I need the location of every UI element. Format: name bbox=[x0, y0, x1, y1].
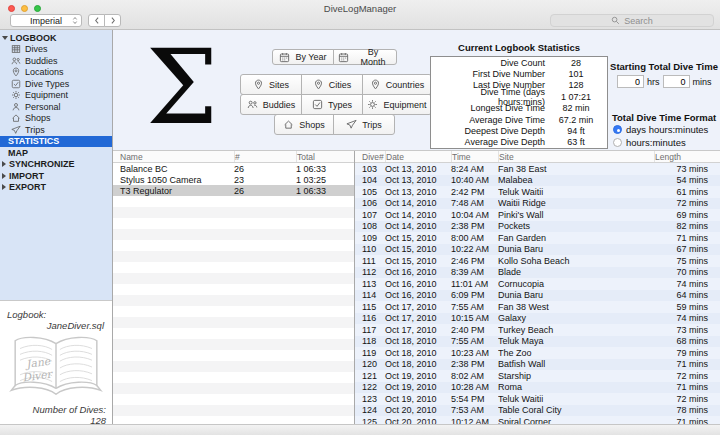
cell-date: Oct 13, 2010 bbox=[385, 164, 451, 174]
cell-length: 71 mins bbox=[654, 233, 720, 243]
trips-button[interactable]: Trips bbox=[333, 114, 395, 135]
dive-row-108[interactable]: 108Oct 14, 20102:38 PMPockets82 mins bbox=[355, 221, 720, 233]
cell-length: 74 mins bbox=[654, 279, 720, 289]
house-icon bbox=[11, 113, 21, 123]
sidebar-item-label: Shops bbox=[25, 113, 51, 123]
buddies-button[interactable]: Buddies bbox=[240, 94, 302, 115]
cell-date: Oct 17, 2010 bbox=[385, 302, 451, 312]
empty-row bbox=[113, 405, 354, 416]
dive-row-114[interactable]: 114Oct 16, 20106:09 PMDunia Baru64 mins bbox=[355, 290, 720, 302]
cell-name: Stylus 1050 Camera bbox=[113, 175, 234, 185]
radio-option-days-hours-minutes[interactable]: days hours:minutes bbox=[613, 123, 708, 136]
countries-button[interactable]: Countries bbox=[362, 74, 432, 95]
disclosure-closed-icon[interactable] bbox=[2, 184, 6, 190]
by-year-button[interactable]: By Year bbox=[272, 49, 334, 65]
dive-row-109[interactable]: 109Oct 15, 20108:00 AMFan Garden71 mins bbox=[355, 232, 720, 244]
stat-value: 82 min bbox=[545, 103, 607, 113]
dive-row-115[interactable]: 115Oct 17, 20107:55 AMFan 38 West59 mins bbox=[355, 301, 720, 313]
equipment-row[interactable]: T3 Regulator261 06:33 bbox=[113, 185, 354, 196]
sidebar-item-shops[interactable]: Shops bbox=[0, 113, 112, 125]
types-button[interactable]: Types bbox=[301, 94, 363, 115]
disclosure-closed-icon[interactable] bbox=[2, 161, 6, 167]
dive-row-123[interactable]: 123Oct 19, 20105:54 PMTeluk Waitii72 min… bbox=[355, 393, 720, 405]
back-button[interactable] bbox=[88, 14, 105, 27]
cell-time: 2:42 PM bbox=[451, 187, 498, 197]
sites-button[interactable]: Sites bbox=[240, 74, 302, 95]
shops-button[interactable]: Shops bbox=[274, 114, 334, 135]
sidebar-item-dive-types[interactable]: Dive Types bbox=[0, 78, 112, 90]
radio-option-hours-minutes[interactable]: hours:minutes bbox=[613, 136, 708, 149]
dive-row-121[interactable]: 121Oct 19, 20108:02 AMStarship72 mins bbox=[355, 370, 720, 382]
stepper-icon bbox=[72, 16, 79, 26]
column-header-[interactable]: # bbox=[234, 151, 296, 162]
dive-row-118[interactable]: 118Oct 18, 20107:55 AMTeluk Maya68 mins bbox=[355, 336, 720, 348]
cell-date: Oct 20, 2010 bbox=[385, 405, 451, 415]
column-header-dive[interactable]: Dive# bbox=[355, 151, 385, 162]
disclosure-closed-icon[interactable] bbox=[2, 173, 6, 179]
dive-row-105[interactable]: 105Oct 13, 20102:42 PMTeluk Waitii61 min… bbox=[355, 186, 720, 198]
sidebar-item-equipment[interactable]: Equipment bbox=[0, 90, 112, 102]
dive-row-104[interactable]: 104Oct 13, 201010:40 AMMalabea54 mins bbox=[355, 175, 720, 187]
sidebar-item-logbook[interactable]: LOGBOOK bbox=[0, 32, 112, 44]
cities-button[interactable]: Cities bbox=[301, 74, 363, 95]
pin-icon bbox=[313, 79, 324, 90]
dive-row-106[interactable]: 106Oct 14, 20107:48 AMWaitii Ridge72 min… bbox=[355, 198, 720, 210]
cell-length: 72 mins bbox=[654, 371, 720, 381]
column-header-name[interactable]: Name bbox=[113, 151, 234, 162]
by-month-button[interactable]: By Month bbox=[333, 49, 397, 65]
sidebar-item-synchronize[interactable]: SYNCHRONIZE bbox=[0, 159, 112, 171]
cell-site: Fan 38 West bbox=[498, 302, 654, 312]
button-label: Trips bbox=[362, 120, 382, 130]
dive-row-122[interactable]: 122Oct 19, 201010:28 AMRoma71 mins bbox=[355, 382, 720, 394]
cell-dive: 105 bbox=[355, 187, 385, 197]
column-header-total[interactable]: Total bbox=[296, 151, 354, 162]
sidebar-item-import[interactable]: IMPORT bbox=[0, 170, 112, 182]
cell-dive: 125 bbox=[355, 417, 385, 424]
sidebar-item-buddies[interactable]: Buddies bbox=[0, 55, 112, 67]
sidebar-item-personal[interactable]: Personal bbox=[0, 101, 112, 113]
equipment-button[interactable]: Equipment bbox=[362, 94, 432, 115]
sidebar-item-statistics[interactable]: STATISTICS bbox=[0, 136, 112, 148]
dive-row-112[interactable]: 112Oct 16, 20108:39 AMBlade70 mins bbox=[355, 267, 720, 279]
stat-value: 1 07:21 bbox=[545, 92, 607, 102]
sidebar-item-dives[interactable]: Dives bbox=[0, 44, 112, 56]
search-input[interactable]: Search bbox=[550, 14, 714, 27]
column-header-length[interactable]: Length bbox=[654, 151, 720, 162]
starting-minutes-input[interactable] bbox=[663, 75, 690, 88]
sidebar-item-locations[interactable]: Locations bbox=[0, 67, 112, 79]
units-dropdown[interactable]: Imperial bbox=[10, 14, 82, 27]
cell-length: 78 mins bbox=[654, 405, 720, 415]
forward-button[interactable] bbox=[104, 14, 121, 27]
search-icon bbox=[611, 16, 620, 25]
dive-row-110[interactable]: 110Oct 15, 201010:22 AMDunia Baru67 mins bbox=[355, 244, 720, 256]
dive-row-103[interactable]: 103Oct 13, 20108:24 AMFan 38 East73 mins bbox=[355, 163, 720, 175]
dive-row-125[interactable]: 125Oct 20, 201010:12 AMSpiral Corner71 m… bbox=[355, 416, 720, 424]
dive-row-113[interactable]: 113Oct 16, 201011:01 AMCornucopia74 mins bbox=[355, 278, 720, 290]
radio-button[interactable] bbox=[613, 125, 622, 134]
cell-time: 10:22 AM bbox=[451, 244, 498, 254]
sidebar-item-label: IMPORT bbox=[9, 171, 44, 181]
starting-hours-input[interactable] bbox=[617, 75, 644, 88]
column-header-site[interactable]: Site bbox=[498, 151, 654, 162]
sidebar-item-map[interactable]: MAP bbox=[0, 147, 112, 159]
column-header-date[interactable]: Date bbox=[385, 151, 451, 162]
dive-row-120[interactable]: 120Oct 18, 20102:38 PMBatfish Wall71 min… bbox=[355, 359, 720, 371]
sidebar-item-label: SYNCHRONIZE bbox=[9, 159, 75, 169]
stat-value: 67.2 min bbox=[545, 115, 607, 125]
cell-date: Oct 19, 2010 bbox=[385, 394, 451, 404]
dive-row-107[interactable]: 107Oct 14, 201010:04 AMPinki's Wall69 mi… bbox=[355, 209, 720, 221]
dive-row-119[interactable]: 119Oct 18, 201010:23 AMThe Zoo79 mins bbox=[355, 347, 720, 359]
stat-row-dive-time-days-hours-mins: Dive Time (days hours:mins)1 07:21 bbox=[431, 91, 607, 102]
dive-row-117[interactable]: 117Oct 17, 20102:40 PMTurkey Beach73 min… bbox=[355, 324, 720, 336]
sidebar-item-trips[interactable]: Trips bbox=[0, 124, 112, 136]
column-header-time[interactable]: Time bbox=[451, 151, 498, 162]
equipment-row[interactable]: Balance BC261 06:33 bbox=[113, 163, 354, 174]
dive-row-124[interactable]: 124Oct 20, 20107:53 AMTable Coral City78… bbox=[355, 405, 720, 417]
disclosure-open-icon[interactable] bbox=[2, 36, 8, 40]
dive-row-111[interactable]: 111Oct 15, 20102:46 PMKollo Soha Beach75… bbox=[355, 255, 720, 267]
sidebar-item-export[interactable]: EXPORT bbox=[0, 182, 112, 194]
dive-row-116[interactable]: 116Oct 17, 201010:15 AMGalaxy74 mins bbox=[355, 313, 720, 325]
cell-date: Oct 19, 2010 bbox=[385, 382, 451, 392]
radio-button[interactable] bbox=[613, 138, 622, 147]
equipment-row[interactable]: Stylus 1050 Camera231 03:25 bbox=[113, 174, 354, 185]
